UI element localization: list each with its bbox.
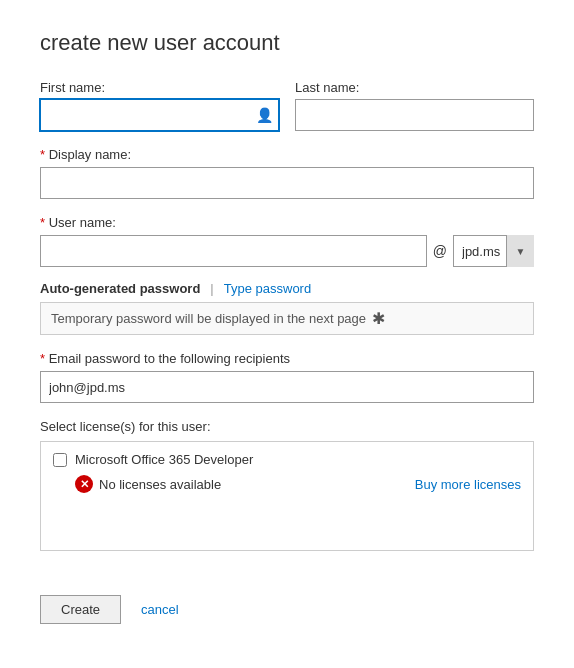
asterisk-icon: ✱ (372, 309, 385, 328)
email-input[interactable] (40, 371, 534, 403)
action-row: Create cancel (40, 581, 534, 624)
last-name-input[interactable] (295, 99, 534, 131)
display-name-label: Display name: (40, 147, 131, 162)
contact-icon: 👤 (256, 107, 273, 123)
last-name-label: Last name: (295, 80, 534, 95)
temp-password-info: Temporary password will be displayed in … (40, 302, 534, 335)
no-license-text: No licenses available (99, 477, 409, 492)
license-box: Microsoft Office 365 Developer No licens… (40, 441, 534, 551)
first-name-input[interactable] (40, 99, 279, 131)
no-license-row: No licenses available Buy more licenses (75, 475, 521, 493)
first-name-label: First name: (40, 80, 279, 95)
cancel-link[interactable]: cancel (141, 602, 179, 617)
user-name-label: User name: (40, 215, 116, 230)
username-input[interactable] (40, 235, 427, 267)
email-label: Email password to the following recipien… (40, 351, 290, 366)
domain-select-wrapper: jpd.ms (453, 235, 534, 267)
password-toggle-row: Auto-generated password | Type password (40, 281, 534, 296)
display-name-input[interactable] (40, 167, 534, 199)
type-password-link[interactable]: Type password (224, 281, 311, 296)
auto-password-label: Auto-generated password (40, 281, 200, 296)
license-checkbox[interactable] (53, 453, 67, 467)
license-label: Select license(s) for this user: (40, 419, 211, 434)
error-icon (75, 475, 93, 493)
password-separator: | (210, 281, 213, 296)
create-button[interactable]: Create (40, 595, 121, 624)
page-title: create new user account (40, 30, 534, 56)
domain-select[interactable]: jpd.ms (453, 235, 534, 267)
buy-more-link[interactable]: Buy more licenses (415, 477, 521, 492)
at-symbol: @ (427, 235, 453, 267)
license-name: Microsoft Office 365 Developer (75, 452, 253, 467)
license-item: Microsoft Office 365 Developer (53, 452, 521, 467)
temp-password-text: Temporary password will be displayed in … (51, 311, 366, 326)
